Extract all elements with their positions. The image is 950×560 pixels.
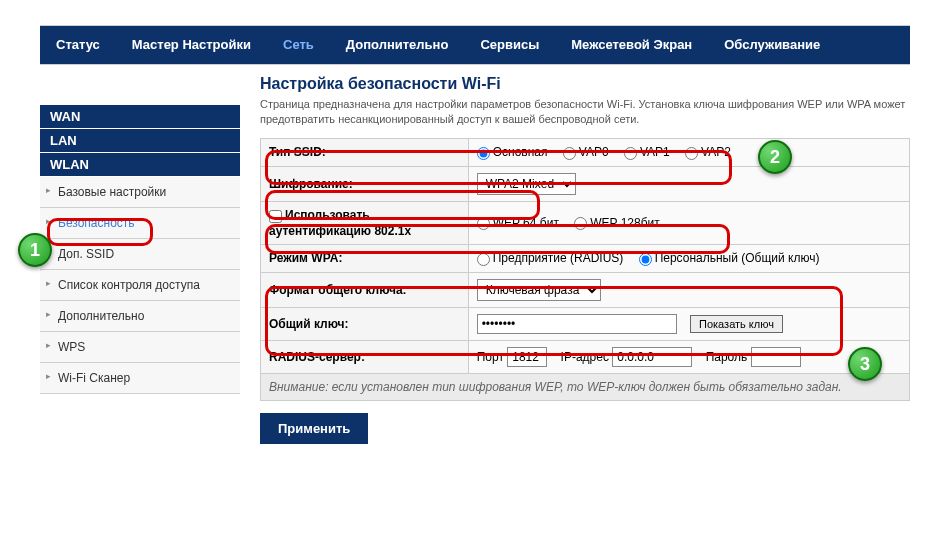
step-badge-1: 1 <box>18 233 52 267</box>
psk-format-select[interactable]: Ключевая фраза <box>477 279 601 301</box>
radius-pwd-input[interactable] <box>751 347 801 367</box>
sidebar-group-wlan[interactable]: WLAN <box>40 153 240 177</box>
wpa-mode-label: Режим WPA: <box>261 244 469 272</box>
nav-services[interactable]: Сервисы <box>464 25 555 65</box>
encryption-label: Шифрование: <box>261 166 469 201</box>
sidebar-item-acl[interactable]: Список контроля доступа <box>40 270 240 301</box>
psk-label: Общий ключ: <box>261 307 469 340</box>
wpa-personal-option[interactable]: Персональный (Общий ключ) <box>639 251 820 265</box>
ssid-vap1-radio[interactable] <box>624 147 637 160</box>
wep-note: Внимание: если установлен тип шифрования… <box>261 373 910 400</box>
page-description: Страница предназначена для настройки пар… <box>260 97 910 128</box>
nav-firewall[interactable]: Межсетевой Экран <box>555 25 708 65</box>
nav-status[interactable]: Статус <box>40 25 116 65</box>
sidebar-group-lan[interactable]: LAN <box>40 129 240 153</box>
ssid-type-label: Тип SSID: <box>261 138 469 166</box>
top-nav: Статус Мастер Настройки Сеть Дополнитель… <box>40 25 910 65</box>
radius-port-input[interactable] <box>507 347 547 367</box>
nav-wizard[interactable]: Мастер Настройки <box>116 25 267 65</box>
radius-ip-input[interactable] <box>612 347 692 367</box>
nav-maintenance[interactable]: Обслуживание <box>708 25 836 65</box>
page-title: Настройка безопасности Wi-Fi <box>260 75 910 93</box>
sidebar-item-basic[interactable]: Базовые настройки <box>40 177 240 208</box>
ssid-main-option[interactable]: Основная <box>477 145 548 159</box>
sidebar: WAN LAN WLAN Базовые настройки Безопасно… <box>40 75 240 444</box>
step-badge-3: 3 <box>848 347 882 381</box>
ssid-main-radio[interactable] <box>477 147 490 160</box>
sidebar-group-wan[interactable]: WAN <box>40 105 240 129</box>
apply-button[interactable]: Применить <box>260 413 368 444</box>
wep128-radio[interactable] <box>574 217 587 230</box>
wpa-enterprise-radio[interactable] <box>477 253 490 266</box>
radius-pwd-label: Пароль <box>706 350 748 364</box>
wep64-option[interactable]: WEP 64 бит <box>477 216 559 230</box>
sidebar-item-scanner[interactable]: Wi-Fi Сканер <box>40 363 240 394</box>
show-key-button[interactable]: Показать ключ <box>690 315 783 333</box>
auth8021x-checkbox[interactable] <box>269 210 282 223</box>
wpa-personal-radio[interactable] <box>639 253 652 266</box>
psk-input[interactable] <box>477 314 677 334</box>
settings-table: Тип SSID: Основная VAP0 VAP1 VAP2 Шифров… <box>260 138 910 401</box>
sidebar-item-wps[interactable]: WPS <box>40 332 240 363</box>
nav-advanced[interactable]: Дополнительно <box>330 25 465 65</box>
wpa-enterprise-option[interactable]: Предприятие (RADIUS) <box>477 251 624 265</box>
nav-network[interactable]: Сеть <box>267 25 330 65</box>
wep64-radio[interactable] <box>477 217 490 230</box>
ssid-vap2-radio[interactable] <box>685 147 698 160</box>
ssid-vap0-option[interactable]: VAP0 <box>563 145 609 159</box>
ssid-vap1-option[interactable]: VAP1 <box>624 145 670 159</box>
radius-ip-label: IP-адрес <box>561 350 609 364</box>
sidebar-item-security[interactable]: Безопасность <box>40 208 240 239</box>
ssid-vap0-radio[interactable] <box>563 147 576 160</box>
psk-format-label: Формат общего ключа: <box>261 272 469 307</box>
radius-port-label: Порт <box>477 350 504 364</box>
step-badge-2: 2 <box>758 140 792 174</box>
radius-label: RADIUS-сервер: <box>261 340 469 373</box>
wep128-option[interactable]: WEP 128бит <box>574 216 660 230</box>
sidebar-item-adv[interactable]: Дополнительно <box>40 301 240 332</box>
ssid-vap2-option[interactable]: VAP2 <box>685 145 731 159</box>
encryption-select[interactable]: WPA2 Mixed <box>477 173 576 195</box>
auth8021x-option[interactable]: Использовать аутентификацию 802.1x <box>269 208 411 237</box>
sidebar-item-addssid[interactable]: Доп. SSID <box>40 239 240 270</box>
main-content: Настройка безопасности Wi-Fi Страница пр… <box>260 75 910 444</box>
